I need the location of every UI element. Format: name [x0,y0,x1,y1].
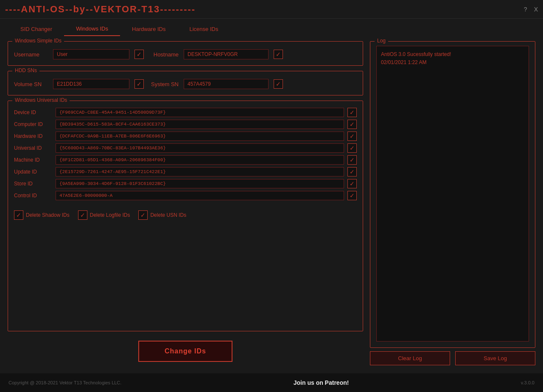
bottom-checkboxes: Delete Shadow IDs Delete Logfile IDs Del… [14,207,357,220]
close-button[interactable]: X [534,6,538,13]
store-id-checkbox[interactable] [347,179,357,188]
delete-shadow-checkbox[interactable] [14,210,23,220]
universal-ids-label: Windows Universal IDs [12,97,70,103]
version-text: v.3.0.0 [521,380,535,385]
copyright-text: Copyright @ 2018-2021 Vektor T13 Technol… [8,380,121,385]
tab-sid-changer[interactable]: SID Changer [8,22,64,36]
change-ids-button[interactable]: Change IDs [138,341,232,362]
computer-id-checkbox[interactable] [347,120,357,129]
volume-sn-row: Volume SN System SN [14,79,357,89]
hdd-sns-group: HDD SNs Volume SN System SN [8,71,363,95]
control-id-input[interactable] [56,191,344,200]
update-id-row: Update ID [14,167,357,176]
update-id-label: Update ID [14,169,52,175]
system-sn-input[interactable] [184,79,269,89]
tab-hardware-ids[interactable]: Hardware IDs [120,22,177,36]
log-entry-1: 02/01/2021 1:22 AM [381,59,524,67]
update-id-checkbox[interactable] [347,167,357,176]
tab-windows-ids[interactable]: Windows IDs [64,22,120,36]
log-output: AntiOS 3.0 Sucessfully started! 02/01/20… [376,46,529,342]
patreon-text: Join us on Patreon! [294,379,349,386]
store-id-label: Store ID [14,181,52,187]
help-button[interactable]: ? [524,6,527,13]
universal-ids-group: Windows Universal IDs Device ID Computer… [8,101,363,331]
store-id-input[interactable] [56,179,344,188]
device-id-checkbox[interactable] [347,108,357,117]
app-title: ----ANTI-OS--by--VEKTOR-T13--------- [5,4,196,15]
delete-usn-ids-item[interactable]: Delete USN IDs [138,210,186,220]
save-log-button[interactable]: Save Log [455,351,535,365]
store-id-row: Store ID [14,179,357,188]
tab-license-ids[interactable]: License IDs [177,22,230,36]
volume-sn-checkbox[interactable] [134,79,144,89]
control-id-row: Control ID [14,191,357,200]
hostname-checkbox[interactable] [274,50,283,59]
hardware-id-row: Hardware ID [14,132,357,141]
username-checkbox[interactable] [134,50,144,59]
hardware-id-checkbox[interactable] [347,132,357,141]
universal-id-input[interactable] [56,143,344,153]
system-sn-label: System SN [149,81,179,87]
hardware-id-label: Hardware ID [14,133,52,139]
delete-logfile-label: Delete Logfile IDs [90,212,130,218]
right-panel: Log AntiOS 3.0 Sucessfully started! 02/0… [370,41,535,365]
delete-shadow-ids-item[interactable]: Delete Shadow IDs [14,210,70,220]
tab-bar: SID Changer Windows IDs Hardware IDs Lic… [0,19,543,36]
hostname-input[interactable] [184,49,269,59]
universal-id-label: Universal ID [14,145,52,151]
computer-id-input[interactable] [56,120,344,129]
hardware-id-input[interactable] [56,132,344,141]
username-row: Username Hostname [14,49,357,59]
clear-log-button[interactable]: Clear Log [370,351,450,365]
main-content: Windows Simple IDs Username Hostname HDD… [0,36,543,370]
control-id-checkbox[interactable] [347,191,357,200]
device-id-input[interactable] [56,108,344,117]
log-entry-0: AntiOS 3.0 Sucessfully started! [381,50,524,59]
delete-logfile-checkbox[interactable] [78,210,87,220]
machine-id-row: Machine ID [14,155,357,165]
system-sn-checkbox[interactable] [274,79,283,89]
universal-id-checkbox[interactable] [347,143,357,153]
delete-shadow-label: Delete Shadow IDs [26,212,70,218]
delete-usn-checkbox[interactable] [138,210,148,220]
hdd-sns-label: HDD SNs [12,67,39,73]
delete-logfile-ids-item[interactable]: Delete Logfile IDs [78,210,130,220]
username-label: Username [14,51,48,58]
machine-id-input[interactable] [56,155,344,165]
update-id-input[interactable] [56,167,344,176]
log-label: Log [375,38,388,44]
hostname-label: Hostname [149,51,179,58]
simple-ids-label: Windows Simple IDs [12,38,64,44]
left-panel: Windows Simple IDs Username Hostname HDD… [8,41,363,365]
delete-usn-label: Delete USN IDs [150,212,186,218]
device-id-row: Device ID [14,108,357,117]
computer-id-row: Computer ID [14,120,357,129]
log-buttons: Clear Log Save Log [370,351,535,365]
machine-id-label: Machine ID [14,157,52,163]
simple-ids-group: Windows Simple IDs Username Hostname [8,41,363,66]
window-controls: ? X [524,6,538,13]
log-group: Log AntiOS 3.0 Sucessfully started! 02/0… [370,41,535,348]
volume-sn-label: Volume SN [14,81,48,87]
universal-id-row: Universal ID [14,143,357,153]
control-id-label: Control ID [14,193,52,199]
title-bar: ----ANTI-OS--by--VEKTOR-T13--------- ? X [0,0,543,19]
bottom-bar: Copyright @ 2018-2021 Vektor T13 Technol… [0,373,543,392]
computer-id-label: Computer ID [14,121,52,127]
volume-sn-input[interactable] [53,79,129,89]
device-id-label: Device ID [14,109,52,115]
change-ids-area: Change IDs [8,336,363,365]
machine-id-checkbox[interactable] [347,155,357,165]
username-input[interactable] [53,49,129,59]
